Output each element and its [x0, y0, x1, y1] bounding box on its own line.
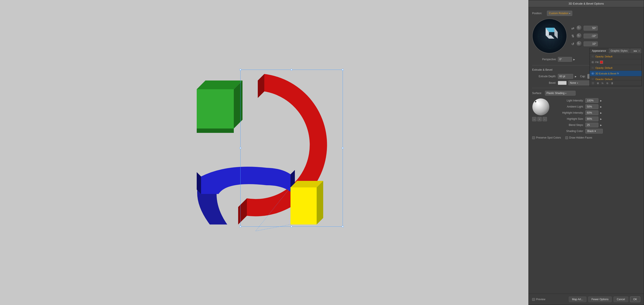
eye-icon-4[interactable]	[591, 72, 594, 75]
shading-color-dropdown[interactable]: Black ▾	[585, 129, 603, 134]
rotation-z-input[interactable]: 10°	[584, 42, 598, 46]
dialog-title: 3D Extrude & Bevel Options	[529, 0, 644, 7]
delete-icon[interactable]: 🗑	[610, 81, 614, 85]
light-intensity-step[interactable]: ▶	[600, 100, 602, 102]
shading-color-label: Shading Color:	[555, 130, 584, 133]
artwork-svg	[184, 68, 345, 238]
blend-steps-label: Blend Steps:	[555, 124, 584, 126]
rotation-y-dial[interactable]	[576, 33, 582, 39]
highlight-intensity-step[interactable]: ▶	[600, 112, 602, 114]
perspective-input[interactable]: 0°	[558, 57, 572, 62]
highlight-size-row: Highlight Size: ▶	[555, 116, 640, 121]
eye-icon-5[interactable]	[591, 78, 594, 80]
opacity-label-1: Opacity: Default	[595, 55, 612, 58]
surface-controls: Light Intensity: ▶ Ambient Light: ▶ High…	[555, 98, 640, 134]
preview-check	[532, 298, 535, 301]
preserve-spot-colors-checkbox[interactable]: Preserve Spot Colors	[532, 136, 561, 139]
svg-marker-15	[554, 28, 558, 38]
rotation-y-input[interactable]: -10°	[584, 34, 598, 38]
svg-marker-16	[546, 35, 554, 38]
appearance-panel-footer: ☐ ⊠ fx ⧉ 🗑	[590, 80, 642, 86]
eye-icon-1[interactable]	[591, 55, 594, 58]
highlight-size-input[interactable]	[585, 116, 598, 121]
svg-marker-3	[197, 128, 234, 133]
ok-button[interactable]: OK	[630, 296, 640, 302]
3d-extrude-dialog: 3D Extrude & Bevel Options Position: Cus…	[528, 0, 644, 305]
bevel-label: Bevel:	[532, 82, 556, 84]
fill-label: Fill:	[595, 61, 599, 64]
appearance-panel-header: Appearance Graphic Styles ▶▶ ≡	[590, 48, 642, 54]
bevel-dropdown[interactable]: None ▾	[568, 80, 590, 85]
ambient-light-row: Ambient Light: ▶	[555, 104, 640, 109]
rotation-x-dial[interactable]	[576, 25, 582, 31]
new-layer-icon[interactable]: ☐	[591, 81, 595, 85]
panel-header-icons: ▶▶ ≡	[632, 49, 642, 53]
position-label: Position:	[532, 12, 545, 15]
position-dropdown[interactable]: Custom Rotation ▾	[547, 11, 572, 16]
rotation-x-row: ⇄ 50°	[570, 25, 598, 31]
sphere-icon-remove[interactable]: −	[542, 117, 547, 121]
appearance-panel: Appearance Graphic Styles ▶▶ ≡ Opacity: …	[590, 48, 642, 86]
panel-menu-icon[interactable]: ≡	[638, 49, 640, 53]
app-row-3-content: Opacity: Default	[595, 66, 640, 69]
appearance-panel-content: Opacity: Default Fill: Opacity: Default	[590, 54, 642, 80]
eye-icon-3[interactable]	[591, 66, 594, 70]
3d-effect-row[interactable]: 3D Extrude & Bevel fx	[590, 71, 642, 76]
checkbox-row: Preserve Spot Colors Draw Hidden Faces	[532, 136, 640, 139]
rotation-z-row: ↺ 10°	[570, 41, 598, 47]
rotation-x-input[interactable]: 50°	[584, 26, 598, 30]
fx-add-icon[interactable]: fx	[600, 81, 604, 85]
eye-icon-2[interactable]	[591, 60, 594, 64]
rotation-z-dial[interactable]	[576, 41, 582, 47]
bevel-value: None	[570, 82, 576, 84]
shading-sphere-container: ↔ + −	[532, 98, 552, 134]
light-intensity-input[interactable]	[585, 98, 598, 103]
panel-expand-icon[interactable]: ▶▶	[633, 49, 638, 53]
rotation-y-row: ⇅ -10°	[570, 33, 598, 39]
3d-effect-label: 3D Extrude & Bevel	[595, 72, 616, 75]
extrude-depth-input[interactable]	[558, 74, 573, 79]
shading-sphere	[532, 98, 550, 116]
sphere-icon-add[interactable]: +	[537, 117, 542, 121]
ambient-light-label: Ambient Light:	[555, 105, 584, 108]
app-row-5-content: Opacity: Default	[595, 78, 640, 80]
shading-color-row: Shading Color: Black ▾	[555, 129, 640, 134]
ambient-light-step[interactable]: ▶	[600, 106, 602, 108]
rotation-z-icon: ↺	[570, 42, 575, 46]
blend-steps-input[interactable]	[585, 122, 598, 128]
dialog-buttons: Preview Map Art... Fewer Options Cancel …	[529, 294, 644, 305]
preview-label: Preview	[536, 298, 546, 301]
ambient-light-input[interactable]	[585, 104, 598, 109]
fill-color-swatch[interactable]	[600, 61, 603, 64]
sphere-icon-group: ↔ + −	[532, 117, 552, 121]
surface-dropdown[interactable]: Plastic Shading ▾	[545, 91, 576, 96]
preview-checkbox[interactable]: Preview	[532, 298, 546, 301]
app-row-2-content: Fill:	[595, 61, 640, 64]
perspective-arrow[interactable]: ▶	[573, 58, 575, 61]
cancel-button[interactable]: Cancel	[614, 296, 628, 302]
blend-steps-row: Blend Steps: ▶	[555, 122, 640, 128]
blend-steps-step[interactable]: ▶	[600, 124, 602, 126]
rotation-x-icon: ⇄	[570, 26, 575, 30]
highlight-intensity-input[interactable]	[585, 110, 598, 115]
svg-marker-7	[317, 181, 323, 224]
extrude-depth-step[interactable]: ▶	[575, 75, 576, 78]
appearance-tab[interactable]: Appearance	[590, 48, 608, 54]
highlight-size-step[interactable]: ▶	[600, 118, 602, 120]
clear-icon[interactable]: ⊠	[596, 81, 600, 85]
svg-point-30	[592, 73, 593, 74]
divider-2	[532, 88, 640, 88]
sphere-light-dot[interactable]	[535, 101, 536, 102]
surface-dropdown-row: Surface: Plastic Shading ▾	[532, 91, 640, 96]
rotation-sphere[interactable]	[532, 18, 567, 54]
svg-point-24	[592, 56, 593, 57]
draw-hidden-faces-checkbox[interactable]: Draw Hidden Faces	[565, 136, 592, 139]
svg-point-28	[592, 68, 593, 68]
fewer-options-button[interactable]: Fewer Options	[588, 296, 612, 302]
bevel-swatch	[558, 81, 566, 85]
duplicate-icon[interactable]: ⧉	[606, 81, 609, 85]
graphic-styles-tab[interactable]: Graphic Styles	[608, 48, 630, 54]
bevel-dropdown-arrow: ▾	[577, 82, 578, 84]
sphere-icon-arrows[interactable]: ↔	[532, 117, 536, 121]
map-art-button[interactable]: Map Art...	[569, 296, 586, 302]
